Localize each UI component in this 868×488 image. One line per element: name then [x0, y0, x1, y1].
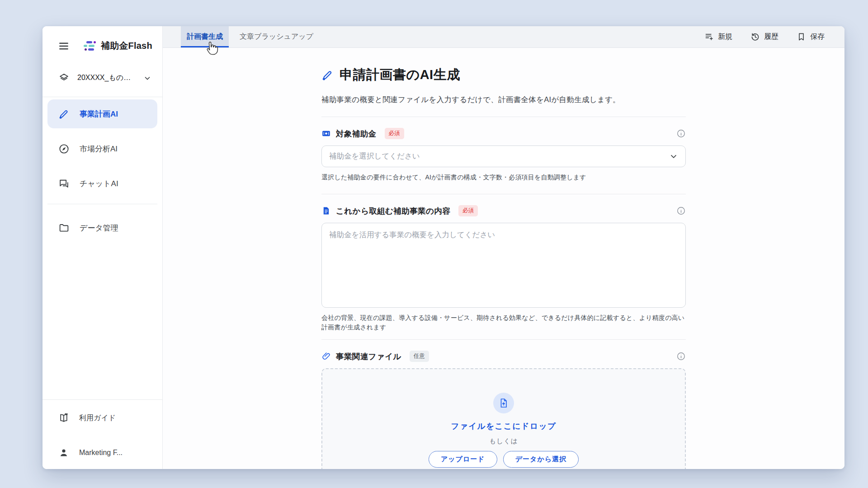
file-upload-icon: [498, 398, 509, 408]
app-logo[interactable]: 補助金Flash: [83, 40, 152, 52]
chat-icon: [58, 178, 70, 189]
business-section-label: これから取組む補助事業の内容: [336, 206, 450, 216]
subsidy-section-label: 対象補助金: [336, 128, 377, 139]
sidebar-item-user-guide[interactable]: 利用ガイド: [42, 404, 162, 432]
new-button[interactable]: 新規: [704, 32, 732, 42]
top-toolbar: 計画書生成 文章ブラッシュアップ 新規 履歴: [163, 26, 844, 48]
button-label: 保存: [810, 32, 825, 42]
sidebar-item-label: 事業計画AI: [80, 109, 118, 119]
sidebar-item-data-management[interactable]: データ管理: [47, 213, 157, 242]
sidebar-header: 補助金Flash: [42, 26, 162, 52]
new-document-icon: [704, 32, 714, 42]
required-badge: 必須: [458, 205, 478, 216]
main-area: 計画書生成 文章ブラッシュアップ 新規 履歴: [163, 26, 844, 469]
sidebar-item-chat-ai[interactable]: チャットAI: [47, 169, 157, 198]
guide-book-icon: [58, 413, 69, 423]
banknote-icon: [321, 129, 331, 138]
logo-text: 補助金Flash: [101, 40, 152, 52]
sidebar-spacer: [42, 248, 162, 399]
dropzone-buttons: アップロード データから選択: [322, 451, 685, 468]
sidebar-footer: 利用ガイド Marketing F...: [42, 399, 162, 469]
subsidy-select-placeholder: 補助金を選択してください: [329, 151, 669, 161]
sidebar-item-business-plan-ai[interactable]: 事業計画AI: [47, 99, 157, 128]
bookmark-icon: [797, 32, 806, 42]
hamburger-menu-icon[interactable]: [58, 40, 70, 52]
business-description-textarea[interactable]: [321, 223, 686, 308]
subsidy-select[interactable]: 補助金を選択してください: [321, 145, 686, 167]
chevron-down-icon: [669, 152, 678, 161]
layers-icon: [59, 73, 69, 83]
sidebar-item-label: Marketing F...: [79, 449, 123, 457]
optional-badge: 任意: [410, 351, 429, 362]
sidebar-divider: [42, 97, 162, 97]
sidebar: 補助金Flash 20XXXX_もの… 事業計画AI 市場分析AI: [42, 26, 163, 469]
project-selector[interactable]: 20XXXX_もの…: [42, 73, 162, 83]
sidebar-divider: [47, 204, 157, 204]
section-divider: [321, 117, 686, 117]
page-header: 申請計画書のAI生成: [321, 66, 686, 84]
history-button[interactable]: 履歴: [750, 32, 778, 42]
choose-from-data-button[interactable]: データから選択: [503, 451, 579, 468]
pencil-icon: [58, 108, 70, 120]
page-title: 申請計画書のAI生成: [340, 66, 460, 84]
subsidy-section-header: 対象補助金 必須: [321, 128, 686, 139]
paperclip-icon: [321, 352, 331, 361]
sidebar-item-account[interactable]: Marketing F...: [42, 439, 162, 466]
page-content: 申請計画書のAI生成 補助事業の概要と関連ファイルを入力するだけで、計画書全体を…: [163, 48, 844, 469]
sidebar-nav: 事業計画AI 市場分析AI チャットAI データ管理: [42, 99, 162, 248]
project-name: 20XXXX_もの…: [77, 73, 135, 83]
save-button[interactable]: 保存: [797, 32, 825, 42]
business-helper-text: 会社の背景、現在の課題、導入する設備・サービス、期待される効果など、できるだけ具…: [321, 313, 686, 332]
app-window: 補助金Flash 20XXXX_もの… 事業計画AI 市場分析AI: [42, 26, 844, 469]
logo-mark-icon: [83, 41, 97, 51]
dropzone-title: ファイルをここにドロップ: [322, 421, 685, 432]
compass-icon: [58, 143, 70, 155]
sidebar-item-label: データ管理: [80, 223, 118, 233]
tab-text-brushup[interactable]: 文章ブラッシュアップ: [229, 26, 324, 47]
sidebar-divider: [42, 399, 162, 400]
dropzone-or-text: もしくは: [322, 437, 685, 446]
tab-label: 文章ブラッシュアップ: [240, 32, 313, 42]
user-icon: [58, 447, 69, 458]
required-badge: 必須: [385, 128, 404, 139]
sidebar-item-label: チャットAI: [80, 178, 118, 189]
history-icon: [750, 32, 760, 42]
button-label: 新規: [718, 32, 732, 42]
folder-icon: [58, 222, 70, 234]
files-section-header: 事業関連ファイル 任意: [321, 351, 686, 362]
desktop-background: 補助金Flash 20XXXX_もの… 事業計画AI 市場分析AI: [0, 0, 868, 488]
tab-label: 計画書生成: [187, 32, 223, 42]
files-section-label: 事業関連ファイル: [336, 351, 401, 362]
file-dropzone[interactable]: ファイルをここにドロップ もしくは アップロード データから選択 対応: PDF…: [321, 368, 686, 469]
info-icon[interactable]: [676, 206, 686, 216]
section-divider: [321, 339, 686, 340]
info-icon[interactable]: [676, 352, 686, 361]
tab-plan-generation[interactable]: 計画書生成: [181, 26, 229, 47]
sidebar-item-market-analysis-ai[interactable]: 市場分析AI: [47, 134, 157, 163]
chevron-down-icon: [143, 74, 151, 82]
business-section-header: これから取組む補助事業の内容 必須: [321, 205, 686, 216]
sidebar-item-label: 利用ガイド: [79, 413, 116, 423]
section-divider: [321, 194, 686, 194]
document-icon: [321, 206, 331, 216]
page-subtitle: 補助事業の概要と関連ファイルを入力するだけで、計画書全体をAIが自動生成します。: [321, 95, 686, 105]
sidebar-item-label: 市場分析AI: [80, 144, 118, 154]
info-icon[interactable]: [676, 129, 686, 138]
button-label: 履歴: [764, 32, 778, 42]
upload-icon-circle: [493, 393, 514, 413]
subsidy-helper-text: 選択した補助金の要件に合わせて、AIが計画書の構成・文字数・必須項目を自動調整し…: [321, 173, 686, 182]
upload-button[interactable]: アップロード: [429, 451, 497, 468]
toolbar-actions: 新規 履歴 保存: [704, 26, 825, 47]
tab-bar: 計画書生成 文章ブラッシュアップ: [181, 26, 324, 47]
edit-pencil-icon: [321, 69, 334, 81]
